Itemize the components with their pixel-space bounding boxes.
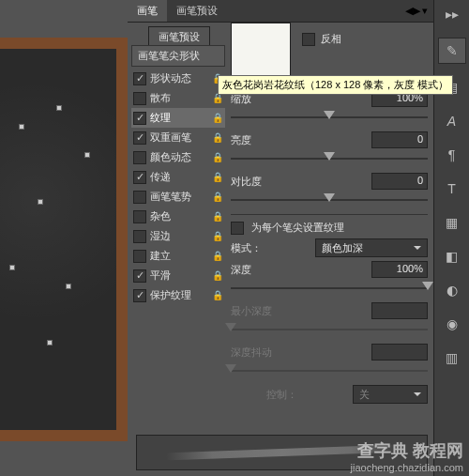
brightness-label: 亮度 <box>231 133 281 147</box>
brush-option-row[interactable]: 双重画笔🔒 <box>131 128 225 147</box>
control-label: 控制： <box>266 388 317 402</box>
brush-option-row[interactable]: 颜色动态🔒 <box>131 147 225 167</box>
brush-option-row[interactable]: 杂色🔒 <box>131 207 225 226</box>
texture-tooltip: 灰色花岗岩花纹纸（128 x 128 像素，灰度 模式） <box>218 75 453 95</box>
brightness-input[interactable]: 0 <box>371 131 428 148</box>
texture-controls: 缩放 100% 亮度 0 对比度 0 为每个笔尖设置纹理 模式： 颜色加深 深度… <box>231 90 428 407</box>
control-dropdown: 关 <box>353 385 428 404</box>
per-tip-checkbox[interactable] <box>231 222 244 235</box>
option-label: 杂色 <box>150 209 208 223</box>
brush-option-row[interactable]: 画笔笔势🔒 <box>131 187 225 207</box>
lock-icon[interactable]: 🔒 <box>212 211 223 222</box>
right-icon-rail: ▸▸ ✎ ▤ A ¶ T ▦ ◧ ◐ ◉ ▥ <box>433 0 469 476</box>
option-label: 颜色动态 <box>150 150 208 164</box>
character-icon[interactable]: A <box>438 111 466 131</box>
contrast-slider[interactable] <box>231 193 428 207</box>
option-checkbox[interactable] <box>133 250 146 263</box>
lock-icon[interactable]: 🔒 <box>212 172 223 182</box>
brush-option-row[interactable]: 平滑🔒 <box>131 266 225 285</box>
option-checkbox[interactable] <box>133 210 146 223</box>
depth-slider[interactable] <box>231 282 428 295</box>
brightness-slider[interactable] <box>231 152 428 165</box>
option-label: 湿边 <box>150 229 208 243</box>
lock-icon[interactable]: 🔒 <box>212 231 223 241</box>
styles-icon[interactable]: T <box>438 178 466 199</box>
panel-tab-bar: 画笔 画笔预设 ◀▶▾ <box>128 0 433 23</box>
chalkboard-canvas <box>0 38 128 441</box>
watermark: 查字典 教程网 jiaocheng.chazidian.com <box>351 441 463 474</box>
option-label: 传递 <box>150 170 208 184</box>
option-checkbox[interactable] <box>133 191 146 204</box>
option-checkbox[interactable] <box>133 289 146 302</box>
invert-label: 反相 <box>321 32 341 46</box>
brush-option-row[interactable]: 纹理🔒 <box>131 108 225 128</box>
invert-checkbox[interactable] <box>302 33 315 46</box>
tab-brush[interactable]: 画笔 <box>128 0 167 22</box>
mode-label: 模式： <box>231 241 281 255</box>
lock-icon[interactable]: 🔒 <box>212 132 223 143</box>
option-label: 保护纹理 <box>150 288 208 302</box>
min-depth-slider <box>231 323 428 336</box>
option-checkbox[interactable] <box>133 112 146 125</box>
lock-icon[interactable]: 🔒 <box>212 270 223 281</box>
option-checkbox[interactable] <box>133 151 146 164</box>
brush-option-row[interactable]: 散布🔒 <box>131 88 225 108</box>
scale-slider[interactable] <box>231 111 428 124</box>
swatches-icon[interactable]: ▦ <box>438 212 466 233</box>
tab-brush-presets[interactable]: 画笔预设 <box>167 0 227 22</box>
lock-icon[interactable]: 🔒 <box>212 251 223 261</box>
option-label: 建立 <box>150 249 208 263</box>
layers-icon[interactable]: ▥ <box>438 347 466 368</box>
option-label: 双重画笔 <box>150 131 208 145</box>
section-tip-shape[interactable]: 画笔笔尖形状 <box>131 45 225 67</box>
min-depth-input <box>371 302 428 319</box>
mode-dropdown[interactable]: 颜色加深 <box>315 238 428 257</box>
lock-icon[interactable]: 🔒 <box>212 152 223 162</box>
brush-option-row[interactable]: 传递🔒 <box>131 167 225 187</box>
lock-icon[interactable]: 🔒 <box>212 113 223 123</box>
min-depth-label: 最小深度 <box>231 304 281 318</box>
depth-jitter-input <box>371 344 428 361</box>
option-label: 画笔笔势 <box>150 190 208 204</box>
option-checkbox[interactable] <box>133 171 146 184</box>
option-checkbox[interactable] <box>133 230 146 243</box>
brush-option-row[interactable]: 形状动态🔒 <box>131 69 225 88</box>
per-tip-label: 为每个笔尖设置纹理 <box>251 221 344 235</box>
option-checkbox[interactable] <box>133 72 146 85</box>
channels-icon[interactable]: ◉ <box>438 314 466 334</box>
styles2-icon[interactable]: ◧ <box>438 246 466 267</box>
adjustments-icon[interactable]: ◐ <box>438 280 466 300</box>
texture-thumbnail[interactable] <box>231 23 291 83</box>
brush-option-row[interactable]: 保护纹理🔒 <box>131 285 225 305</box>
option-label: 纹理 <box>150 111 208 125</box>
option-checkbox[interactable] <box>133 131 146 145</box>
paragraph-icon[interactable]: ¶ <box>438 145 466 165</box>
contrast-label: 对比度 <box>231 175 281 189</box>
brush-option-row[interactable]: 建立🔒 <box>131 246 225 266</box>
brush-options-list: 画笔笔尖形状 形状动态🔒散布🔒纹理🔒双重画笔🔒颜色动态🔒传递🔒画笔笔势🔒杂色🔒湿… <box>131 45 225 305</box>
depth-input[interactable]: 100% <box>371 261 428 278</box>
lock-icon[interactable]: 🔒 <box>212 192 223 202</box>
depth-label: 深度 <box>231 263 281 277</box>
invert-option: 反相 <box>302 32 341 46</box>
option-label: 平滑 <box>150 269 208 283</box>
contrast-input[interactable]: 0 <box>371 173 428 190</box>
option-label: 散布 <box>150 91 208 105</box>
brush-panel-icon[interactable]: ✎ <box>438 38 466 64</box>
expand-icon[interactable]: ▸▸ <box>438 4 466 24</box>
brush-option-row[interactable]: 湿边🔒 <box>131 226 225 246</box>
option-checkbox[interactable] <box>133 269 146 283</box>
lock-icon[interactable]: 🔒 <box>212 290 223 300</box>
panel-menu-icon[interactable]: ◀▶▾ <box>400 5 433 17</box>
depth-jitter-slider <box>231 364 428 377</box>
option-label: 形状动态 <box>150 71 208 85</box>
option-checkbox[interactable] <box>133 92 146 105</box>
depth-jitter-label: 深度抖动 <box>231 345 281 360</box>
